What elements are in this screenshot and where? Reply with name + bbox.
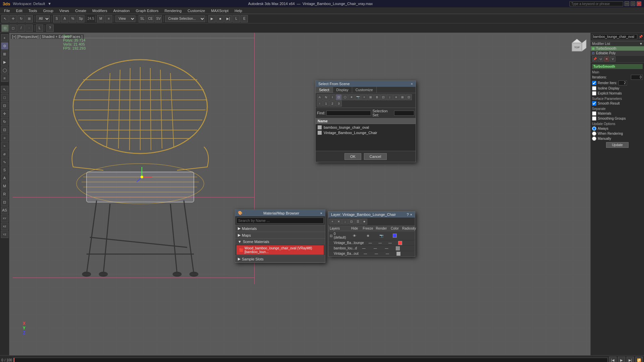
modifier-editable-poly[interactable]: ⊡ Editable Poly xyxy=(591,51,644,56)
timeline-slider[interactable] xyxy=(13,358,608,362)
curve-editor[interactable]: CE xyxy=(147,15,154,22)
lp-delete-layer[interactable]: ✕ xyxy=(336,219,342,225)
select-filter-dropdown[interactable]: All xyxy=(36,15,50,22)
layer-default-freeze[interactable]: ❄ xyxy=(361,234,375,238)
sfs-none[interactable]: N xyxy=(323,94,329,100)
sfs-lights[interactable]: ☀ xyxy=(348,94,355,100)
mb-header-scene-mats[interactable]: ▼ Scene Materials xyxy=(235,239,325,245)
mb-header-materials[interactable]: ▶ Materials xyxy=(235,225,325,232)
local-btn[interactable]: L xyxy=(36,24,43,32)
pin-icon[interactable]: 📌 xyxy=(639,35,643,39)
lp-new-layer[interactable]: + xyxy=(329,219,335,225)
menu-rendering[interactable]: Rendering xyxy=(162,8,184,13)
mb-close-btn[interactable]: × xyxy=(320,211,322,215)
minimize-button[interactable]: — xyxy=(625,1,629,6)
sfs-sort[interactable]: ↕ xyxy=(387,94,393,100)
menu-help[interactable]: Help xyxy=(232,8,245,13)
viewport[interactable]: [+] [Perspective] [ Shaded + Edged Faces… xyxy=(9,33,590,355)
manually-radio[interactable] xyxy=(592,136,596,141)
sfs-bones[interactable]: B xyxy=(374,94,380,100)
pin-stack[interactable]: 📌 xyxy=(592,56,597,62)
show-in-viewport[interactable]: V xyxy=(610,56,615,62)
bind-space-warp[interactable]: ∿ xyxy=(1,158,8,166)
modifier-list-dropdown-icon[interactable]: ▼ xyxy=(639,42,643,46)
sfs-all[interactable]: A xyxy=(317,94,323,100)
restore-button[interactable]: □ xyxy=(631,1,635,6)
sfs-expand[interactable]: ⊞ xyxy=(399,94,406,100)
layer-vintage2-freeze[interactable]: — xyxy=(371,252,382,255)
layer-bamboo-render[interactable]: — xyxy=(381,246,392,250)
menu-animation[interactable]: Animation xyxy=(111,8,132,13)
layer-row-bamboo[interactable]: bamboo_lou...d — — — xyxy=(328,246,415,251)
display-panel[interactable]: ◯ xyxy=(1,66,8,74)
layer-row-vintage2[interactable]: Vintage_Ba...out — — — xyxy=(328,251,415,256)
snap-3d[interactable]: S xyxy=(1,166,8,174)
mb-scene-material-item[interactable]: 🟥 Wood_bamboo_lounge_chair_oval (VRayMtl… xyxy=(236,245,324,255)
active-shade[interactable]: AS xyxy=(1,206,8,214)
smooth-result-check[interactable] xyxy=(592,101,596,106)
menu-group[interactable]: Group xyxy=(40,8,56,13)
stop-btn[interactable]: ■ xyxy=(216,15,224,22)
when-render-radio[interactable] xyxy=(592,131,596,136)
layer-vintage2-render[interactable]: — xyxy=(382,252,393,255)
move-btn[interactable]: ✛ xyxy=(1,110,8,117)
sfs-item-2[interactable]: Vintage_Bamboo_Lounge_Chair xyxy=(316,130,416,135)
menu-views[interactable]: Views xyxy=(57,8,72,13)
layer-vintage-color[interactable] xyxy=(395,241,405,245)
move-tool[interactable]: ✛ xyxy=(9,15,17,22)
sfs-disp2[interactable]: 2 xyxy=(329,101,335,107)
explicit-normals-check[interactable] xyxy=(592,91,596,96)
edge-btn[interactable]: / xyxy=(17,24,25,32)
select-link[interactable]: ⌁ xyxy=(1,142,8,149)
layer-bamboo-hide[interactable]: — xyxy=(358,246,370,250)
sfs-select-child[interactable]: ⊡ xyxy=(406,94,412,100)
lp-select-by-layer[interactable]: ⊡ xyxy=(348,219,355,225)
render-iters-input[interactable] xyxy=(619,80,627,85)
modifier-turbosm[interactable]: ⊞ TurboSmooth xyxy=(591,46,644,51)
rotate-btn[interactable]: ↻ xyxy=(1,118,8,125)
sfs-find-input[interactable] xyxy=(326,111,371,116)
mirror-tool[interactable]: M xyxy=(97,15,104,22)
sfs-tab-select[interactable]: Select xyxy=(316,87,333,93)
remove-modifier[interactable]: ✕ xyxy=(604,56,609,62)
open-slate[interactable]: SL xyxy=(139,15,146,22)
vert-btn[interactable]: · xyxy=(25,24,33,32)
next-frame[interactable]: ▶| xyxy=(224,15,232,22)
layer-vintage-freeze[interactable]: — xyxy=(375,241,385,245)
unlink[interactable]: ⌀ xyxy=(1,150,8,158)
layer-default-check[interactable]: ⊡ xyxy=(330,234,332,238)
snap-toggle[interactable]: S xyxy=(53,15,60,22)
align-tool[interactable]: ≡ xyxy=(105,15,112,22)
mb-search-input[interactable] xyxy=(236,218,324,224)
update-button[interactable]: Update xyxy=(606,142,628,148)
mb-header-maps[interactable]: ▶ Maps xyxy=(235,232,325,238)
loop-btn[interactable]: 🔁 xyxy=(635,357,643,362)
isoline-check[interactable] xyxy=(592,86,596,90)
window-cross[interactable]: ⊡ xyxy=(1,102,8,109)
menu-graph-editors[interactable]: Graph Editors xyxy=(133,8,161,13)
utilities-panel[interactable]: ≡ xyxy=(1,74,8,82)
play-btn[interactable]: ▶ xyxy=(208,15,216,22)
layer-row-default[interactable]: ⊡ 0 (default) 👁 ❄ 📷 xyxy=(328,231,415,240)
sfs-disp1[interactable]: 1 xyxy=(323,101,329,107)
sfs-tab-display[interactable]: Display xyxy=(333,87,352,93)
view-dropdown[interactable]: View xyxy=(115,15,136,22)
xy-btn[interactable]: XY xyxy=(1,215,8,222)
layer-row-vintage[interactable]: Vintage_Ba...lounge — — — xyxy=(328,240,415,246)
layer-vintage-hide[interactable]: — xyxy=(365,241,375,245)
lp-add-to-layer[interactable]: ↓ xyxy=(342,219,348,225)
select-tool[interactable]: ↖ xyxy=(1,15,9,22)
layer-vintage2-color[interactable] xyxy=(393,252,404,256)
create-selection-dropdown[interactable]: Create Selection... xyxy=(165,15,205,22)
poly-btn[interactable]: ◻ xyxy=(9,24,17,32)
smoothing-groups-check[interactable] xyxy=(592,116,596,121)
sfs-helpers[interactable]: + xyxy=(361,94,367,100)
sfs-list-toggle[interactable]: ≡ xyxy=(393,94,399,100)
percent-snap[interactable]: % xyxy=(69,15,76,22)
layer-manager[interactable]: L xyxy=(232,15,240,22)
schematic-view[interactable]: SV xyxy=(155,15,162,22)
layer-vintage2-hide[interactable]: — xyxy=(360,252,371,255)
quick-render[interactable]: ⊡ xyxy=(1,198,8,206)
lp-help-btn[interactable]: ? xyxy=(407,213,409,217)
sfs-geo[interactable]: ⊡ xyxy=(336,94,342,100)
